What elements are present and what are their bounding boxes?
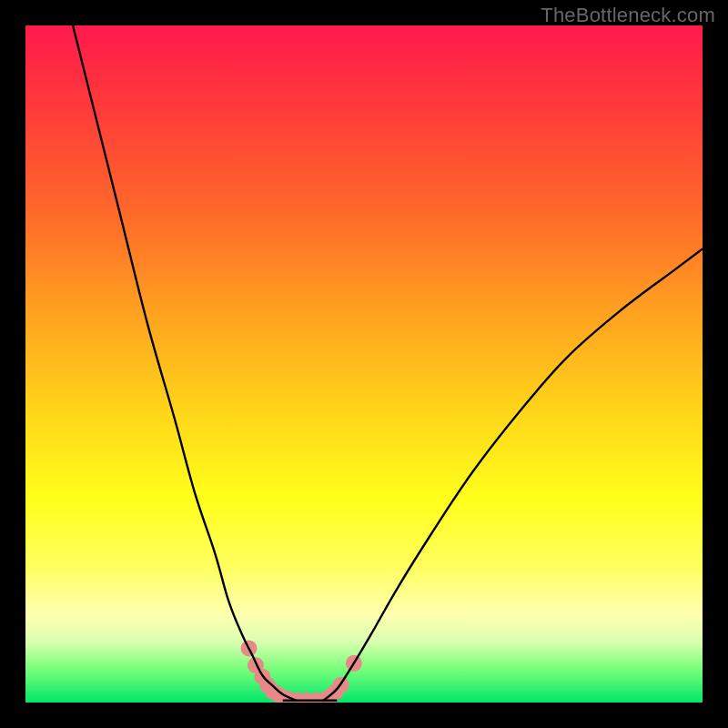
chart-frame: TheBottleneck.com	[0, 0, 728, 728]
chart-svg	[25, 25, 703, 703]
right-curve	[323, 249, 703, 701]
watermark-text: TheBottleneck.com	[541, 4, 715, 27]
plot-area	[25, 25, 703, 703]
left-curve	[73, 25, 297, 701]
